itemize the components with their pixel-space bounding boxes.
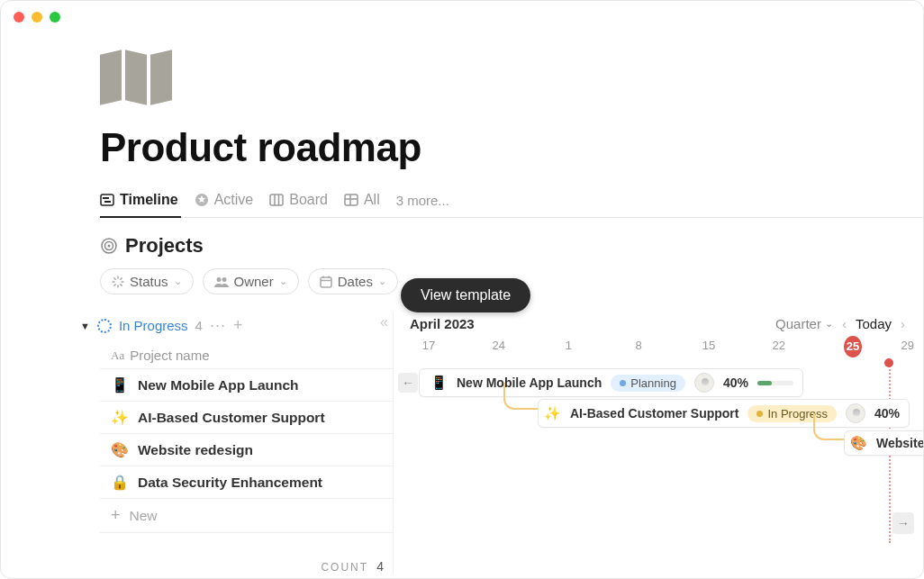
lock-icon: 🔒 xyxy=(111,474,129,491)
chevron-down-icon: ⌄ xyxy=(279,276,287,287)
sparkles-icon: ✨ xyxy=(111,409,129,426)
now-indicator-dot xyxy=(884,358,893,367)
section-title: Projects xyxy=(125,234,204,258)
palette-icon: 🎨 xyxy=(850,435,867,451)
timeline-dates: 17 24 1 8 15 22 25 29 xyxy=(394,331,923,363)
dependency-connector xyxy=(503,383,539,410)
filter-owner[interactable]: Owner ⌄ xyxy=(203,268,299,294)
timeline-date: 8 xyxy=(603,339,674,357)
progress-bar xyxy=(757,381,793,385)
view-template-button[interactable]: View template xyxy=(401,278,530,312)
timeline-card[interactable]: 🎨 Website re xyxy=(844,430,923,456)
card-back-button[interactable]: ← xyxy=(398,373,418,393)
tab-timeline[interactable]: Timeline xyxy=(100,192,178,208)
svg-point-22 xyxy=(222,277,226,282)
timeline-prev-button[interactable]: ‹ xyxy=(840,316,848,331)
timeline-scale-select[interactable]: Quarter ⌄ xyxy=(775,316,833,331)
timeline-date: 17 xyxy=(394,339,464,357)
svg-line-17 xyxy=(114,277,115,278)
table-icon xyxy=(344,193,358,207)
progress-pct: 40% xyxy=(874,406,900,421)
collapse-sidebar-button[interactable]: « xyxy=(380,314,385,330)
more-options-icon[interactable]: ··· xyxy=(210,316,226,335)
timeline-date: 15 xyxy=(674,339,744,357)
timeline-date: 1 xyxy=(534,339,604,357)
timeline-card[interactable]: ✨ AI-Based Customer Support In Progress … xyxy=(538,399,910,428)
timeline-month: April 2023 xyxy=(410,316,475,331)
chip-label: Dates xyxy=(338,274,373,289)
page-title: Product roadmap xyxy=(100,125,923,170)
svg-rect-23 xyxy=(321,277,331,287)
mobile-phone-icon: 📱 xyxy=(111,376,129,394)
in-progress-status-icon xyxy=(97,319,112,333)
scroll-right-button[interactable]: → xyxy=(892,512,914,534)
add-item-icon[interactable]: + xyxy=(233,316,243,335)
card-title: AI-Based Customer Support xyxy=(570,406,738,421)
card-title: Website re xyxy=(876,436,923,450)
table-row[interactable]: 📱 New Mobile App Launch xyxy=(100,368,393,401)
row-title: Data Security Enhancement xyxy=(138,475,322,491)
palette-icon: 🎨 xyxy=(111,441,129,458)
people-icon xyxy=(214,276,229,287)
chip-label: Owner xyxy=(234,274,274,289)
board-icon xyxy=(269,193,284,207)
row-title: New Mobile App Launch xyxy=(138,377,299,394)
timeline-date-today: 25 xyxy=(844,336,863,357)
spinner-icon xyxy=(112,276,124,288)
filter-status[interactable]: Status ⌄ xyxy=(100,268,194,294)
timeline-date: 29 xyxy=(892,339,923,357)
more-views-label: 3 more... xyxy=(396,193,449,208)
text-property-icon: Aa xyxy=(111,348,124,363)
close-window-icon[interactable] xyxy=(14,12,24,23)
tab-all[interactable]: All xyxy=(344,192,380,208)
tab-label: All xyxy=(364,192,380,208)
svg-point-21 xyxy=(216,277,221,282)
tab-label: Board xyxy=(289,192,328,208)
svg-line-20 xyxy=(121,277,122,278)
target-icon xyxy=(100,237,118,255)
add-new-row[interactable]: + New xyxy=(100,498,393,533)
group-header[interactable]: ▼ In Progress 4 ··· + xyxy=(80,312,393,339)
count-label: COUNT xyxy=(321,561,367,574)
timeline-date: 24 xyxy=(464,339,534,357)
row-title: Website redesign xyxy=(138,442,253,458)
filter-dates[interactable]: Dates ⌄ xyxy=(308,268,398,294)
table-row[interactable]: 🎨 Website redesign xyxy=(100,433,393,466)
column-header: Aa Project name xyxy=(100,342,393,368)
mobile-phone-icon: 📱 xyxy=(430,375,448,391)
plus-icon: + xyxy=(111,506,121,525)
timeline-icon xyxy=(100,193,114,207)
column-header-label: Project name xyxy=(130,348,209,363)
svg-line-18 xyxy=(121,284,122,285)
chip-label: Status xyxy=(130,274,168,289)
page-icon xyxy=(100,50,923,109)
table-row[interactable]: ✨ AI-Based Customer Support xyxy=(100,401,393,433)
count-value: 4 xyxy=(376,559,384,574)
star-circle-icon xyxy=(195,193,209,207)
timeline-card[interactable]: ← 📱 New Mobile App Launch Planning 40% xyxy=(419,368,803,397)
tab-active[interactable]: Active xyxy=(195,192,254,208)
svg-point-12 xyxy=(108,245,111,248)
more-views[interactable]: 3 more... xyxy=(396,193,449,208)
svg-rect-7 xyxy=(345,195,358,205)
progress-pct: 40% xyxy=(723,375,748,390)
status-badge: Planning xyxy=(611,375,685,392)
group-count: 4 xyxy=(195,318,203,333)
tab-board[interactable]: Board xyxy=(269,192,328,208)
window-controls xyxy=(14,12,60,23)
svg-line-19 xyxy=(114,284,115,285)
maximize-window-icon[interactable] xyxy=(50,12,60,23)
timeline-today-button[interactable]: Today xyxy=(856,316,892,331)
table-row[interactable]: 🔒 Data Security Enhancement xyxy=(100,466,393,498)
chevron-down-icon: ⌄ xyxy=(174,276,182,287)
minimize-window-icon[interactable] xyxy=(32,12,42,23)
group-name: In Progress xyxy=(119,318,188,333)
chevron-down-icon: ⌄ xyxy=(825,318,833,330)
tab-label: Active xyxy=(214,192,254,208)
new-label: New xyxy=(130,508,158,524)
calendar-icon xyxy=(320,276,332,288)
view-tabs: Timeline Active Board All 3 more... xyxy=(100,192,923,218)
timeline-next-button[interactable]: › xyxy=(899,316,907,331)
count-footer: COUNT 4 xyxy=(321,559,384,574)
scale-label: Quarter xyxy=(775,316,821,331)
